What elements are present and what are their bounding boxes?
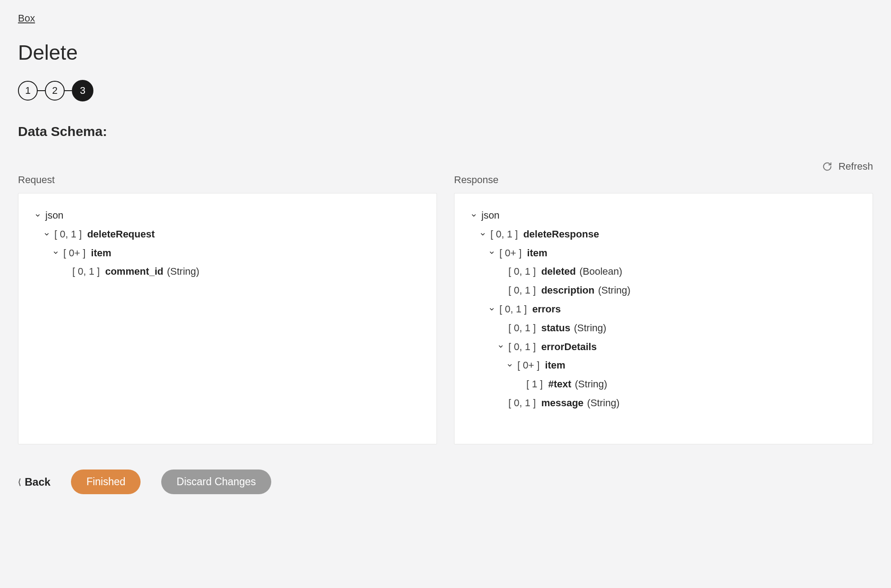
- node-name: json: [45, 206, 63, 225]
- cardinality: [ 0, 1 ]: [72, 262, 100, 281]
- node-name: description: [541, 281, 595, 300]
- cardinality: [ 0, 1 ]: [508, 394, 536, 412]
- finished-button[interactable]: Finished: [71, 470, 141, 494]
- cardinality: [ 0, 1 ]: [54, 225, 82, 244]
- tree-row[interactable]: [ 0+ ] item: [470, 356, 857, 375]
- tree-row[interactable]: [ 0, 1 ] errors: [470, 300, 857, 319]
- request-panel: json[ 0, 1 ] deleteRequest[ 0+ ] item[ 0…: [18, 193, 437, 444]
- node-name: item: [527, 244, 547, 263]
- cardinality: [ 0, 1 ]: [508, 319, 536, 338]
- refresh-label: Refresh: [838, 161, 873, 172]
- node-type: (String): [587, 394, 619, 412]
- step-2[interactable]: 2: [45, 81, 65, 101]
- node-name: deleteRequest: [87, 225, 154, 244]
- chevron-down-icon[interactable]: [470, 211, 478, 219]
- chevron-down-icon[interactable]: [488, 249, 496, 257]
- footer-actions: ⟨ Back Finished Discard Changes: [18, 470, 873, 494]
- tree-row[interactable]: json: [34, 206, 421, 225]
- node-type: (String): [574, 319, 606, 338]
- node-name: item: [91, 244, 111, 263]
- node-name: json: [481, 206, 499, 225]
- node-type: (String): [167, 262, 199, 281]
- node-name: message: [541, 394, 583, 412]
- request-column-label: Request: [18, 174, 437, 186]
- node-name: item: [545, 356, 565, 375]
- node-name: errorDetails: [541, 338, 597, 356]
- cardinality: [ 1 ]: [526, 375, 543, 394]
- node-name: #text: [548, 375, 571, 394]
- response-panel: json[ 0, 1 ] deleteResponse[ 0+ ] item[ …: [454, 193, 873, 444]
- step-1[interactable]: 1: [18, 81, 38, 101]
- cardinality: [ 0+ ]: [499, 244, 522, 263]
- cardinality: [ 0, 1 ]: [490, 225, 518, 244]
- chevron-down-icon[interactable]: [488, 305, 496, 313]
- node-name: deleted: [541, 262, 576, 281]
- refresh-icon: [822, 162, 832, 171]
- section-heading: Data Schema:: [18, 124, 873, 139]
- tree-row[interactable]: [ 0+ ] item: [470, 244, 857, 263]
- cardinality: [ 0, 1 ]: [499, 300, 527, 319]
- tree-row[interactable]: [ 0, 1 ] deleteRequest: [34, 225, 421, 244]
- tree-row[interactable]: [ 0, 1 ] description (String): [470, 281, 857, 300]
- response-column-label: Response: [454, 174, 873, 186]
- cardinality: [ 0, 1 ]: [508, 281, 536, 300]
- back-button[interactable]: ⟨ Back: [18, 476, 50, 488]
- cardinality: [ 0+ ]: [517, 356, 540, 375]
- refresh-button[interactable]: Refresh: [822, 161, 873, 172]
- chevron-down-icon[interactable]: [34, 211, 42, 219]
- tree-row[interactable]: [ 0, 1 ] deleteResponse: [470, 225, 857, 244]
- chevron-down-icon[interactable]: [43, 230, 51, 238]
- tree-row[interactable]: [ 0, 1 ] errorDetails: [470, 338, 857, 356]
- tree-row[interactable]: [ 0, 1 ] deleted (Boolean): [470, 262, 857, 281]
- chevron-down-icon[interactable]: [479, 230, 487, 238]
- discard-changes-button[interactable]: Discard Changes: [161, 470, 271, 494]
- chevron-down-icon[interactable]: [52, 249, 60, 257]
- back-label: Back: [25, 476, 50, 488]
- chevron-down-icon[interactable]: [506, 361, 514, 369]
- cardinality: [ 0, 1 ]: [508, 338, 536, 356]
- node-type: (String): [598, 281, 631, 300]
- tree-row[interactable]: [ 0, 1 ] comment_id (String): [34, 262, 421, 281]
- node-name: errors: [532, 300, 561, 319]
- tree-row[interactable]: [ 0, 1 ] message (String): [470, 394, 857, 412]
- node-name: comment_id: [105, 262, 163, 281]
- node-type: (String): [575, 375, 607, 394]
- tree-row[interactable]: [ 0+ ] item: [34, 244, 421, 263]
- cardinality: [ 0+ ]: [63, 244, 86, 263]
- page-title: Delete: [18, 40, 873, 65]
- chevron-down-icon[interactable]: [497, 342, 505, 351]
- tree-row[interactable]: json: [470, 206, 857, 225]
- stepper: 123: [18, 80, 873, 101]
- cardinality: [ 0, 1 ]: [508, 262, 536, 281]
- chevron-left-icon: ⟨: [18, 477, 21, 487]
- node-name: deleteResponse: [523, 225, 599, 244]
- tree-row[interactable]: [ 0, 1 ] status (String): [470, 319, 857, 338]
- step-3[interactable]: 3: [72, 80, 93, 101]
- node-type: (Boolean): [579, 262, 622, 281]
- step-connector: [65, 90, 72, 91]
- tree-row[interactable]: [ 1 ] #text (String): [470, 375, 857, 394]
- breadcrumb[interactable]: Box: [18, 13, 35, 24]
- node-name: status: [541, 319, 570, 338]
- step-connector: [38, 90, 45, 91]
